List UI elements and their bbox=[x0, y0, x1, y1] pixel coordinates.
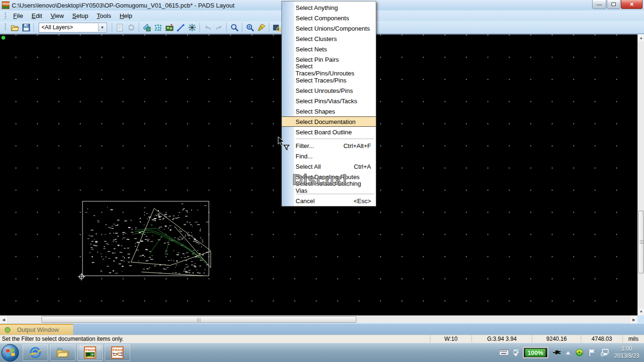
restore-button[interactable] bbox=[607, 0, 620, 9]
chevron-down-icon[interactable]: ▼ bbox=[98, 24, 106, 32]
menu-item-select-anything[interactable]: Select Anything bbox=[282, 2, 376, 13]
menu-item-filter[interactable]: Filter...Ctrl+Alt+F bbox=[282, 140, 376, 151]
menu-item-label: Select Pins/Vias/Tacks bbox=[296, 98, 357, 105]
desktop: PADS C:\Users\lenovo\Desktop\FY0503\OP-G… bbox=[0, 0, 644, 362]
menu-item-label: Select Board Outline bbox=[296, 129, 352, 136]
menu-item-select-pins-vias-tacks[interactable]: Select Pins/Vias/Tacks bbox=[282, 96, 376, 106]
zoom-icon bbox=[231, 24, 239, 32]
pads-router-icon: PADS bbox=[111, 346, 124, 359]
horizontal-scroll-thumb[interactable] bbox=[41, 316, 356, 323]
menu-item-label: Find... bbox=[296, 153, 313, 160]
menu-item-label: Select Dangling Routes bbox=[296, 173, 360, 181]
minimize-button[interactable]: — bbox=[592, 0, 606, 9]
probe-button[interactable] bbox=[271, 22, 282, 33]
taskbar-button-internet-explorer[interactable] bbox=[23, 344, 48, 361]
svg-text:PADS: PADS bbox=[85, 348, 96, 352]
menu-item-select-unions-components[interactable]: Select Unions/Components bbox=[282, 23, 376, 33]
menu-item-label: Select Pin Pairs bbox=[296, 56, 339, 63]
measure-button[interactable] bbox=[175, 22, 186, 33]
output-tab-label: Output Window bbox=[17, 326, 59, 333]
undo-icon bbox=[204, 24, 212, 32]
pads-app-icon: PADS bbox=[2, 1, 9, 9]
layers-combobox[interactable]: <All Layers>▼ bbox=[39, 23, 107, 33]
menu-item-select-shapes[interactable]: Select Shapes bbox=[282, 106, 376, 116]
ime-restore-icon[interactable] bbox=[513, 349, 519, 356]
toolbar-separator bbox=[226, 23, 227, 32]
scroll-up-arrow[interactable]: ▲ bbox=[638, 34, 644, 41]
vertical-scrollbar[interactable]: ▲ ▼ bbox=[637, 34, 644, 315]
output-status-led-icon bbox=[5, 327, 10, 333]
start-button[interactable] bbox=[1, 344, 19, 362]
menu-item-select-components[interactable]: Select Components bbox=[282, 13, 376, 23]
svg-text:PADS: PADS bbox=[113, 348, 123, 352]
action-center-flag-icon[interactable] bbox=[588, 349, 596, 356]
scroll-down-arrow[interactable]: ▼ bbox=[638, 308, 644, 315]
board-button[interactable] bbox=[164, 22, 175, 33]
output-window-strip: Output Window bbox=[0, 324, 644, 335]
menu-item-select-clusters[interactable]: Select Clusters bbox=[282, 33, 376, 44]
menubar-item-setup[interactable]: Setup bbox=[68, 11, 92, 20]
taskbar-button-pads-layout[interactable]: PADS bbox=[77, 344, 103, 361]
menu-item-label: Select Nets bbox=[296, 46, 327, 53]
menu-item-select-traces-pins-unroutes[interactable]: Select Traces/Pins/Unroutes bbox=[282, 65, 376, 75]
status-cell-1: G:3.94 3.94 bbox=[471, 335, 532, 343]
menubar-item-file[interactable]: File bbox=[9, 11, 27, 20]
power-plug-icon[interactable] bbox=[553, 349, 561, 356]
taskbar-button-windows-explorer[interactable] bbox=[50, 344, 75, 361]
battery-indicator[interactable]: 100% bbox=[523, 347, 548, 358]
menu-item-shortcut: Ctrl+A bbox=[354, 163, 371, 170]
taskbar-button-pads-router[interactable]: PADS bbox=[105, 344, 130, 361]
menubar-item-view[interactable]: View bbox=[46, 11, 68, 20]
toolbar-separator bbox=[112, 23, 112, 32]
system-tray: 100% 1:00 2013/8/23 bbox=[497, 343, 644, 362]
redraw-button bbox=[125, 22, 137, 33]
menubar-item-tools[interactable]: Tools bbox=[92, 11, 115, 20]
probe-icon bbox=[273, 24, 281, 32]
taskbar: PADSPADS 100% bbox=[0, 343, 644, 362]
pads-layout-icon: PADS bbox=[83, 346, 97, 359]
horizontal-scrollbar[interactable]: ◀ ▶ bbox=[0, 315, 637, 323]
save-button[interactable] bbox=[20, 22, 32, 33]
menu-item-cancel[interactable]: Cancel<Esc> bbox=[282, 196, 376, 206]
status-message: Set the Filter to select documentation i… bbox=[0, 336, 430, 342]
zoom-button[interactable] bbox=[229, 22, 240, 33]
menu-item-select-nets[interactable]: Select Nets bbox=[282, 44, 376, 54]
toolbar-separator bbox=[242, 23, 242, 32]
brush-button[interactable] bbox=[256, 22, 267, 33]
menu-item-shortcut: <Esc> bbox=[354, 197, 371, 205]
menu-item-select-board-outline[interactable]: Select Board Outline bbox=[282, 127, 376, 137]
menu-item-select-unroutes-pins[interactable]: Select Unroutes/Pins bbox=[282, 85, 376, 96]
menu-item-select-all[interactable]: Select AllCtrl+A bbox=[282, 161, 376, 172]
network-status-icon[interactable] bbox=[601, 349, 609, 356]
menubar-item-edit[interactable]: Edit bbox=[27, 11, 46, 20]
separator-line bbox=[296, 139, 374, 139]
window-title: C:\Users\lenovo\Desktop\FY0503\OP-Gomugo… bbox=[12, 2, 234, 9]
menu-item-label: Select Isolated Stitching Vias bbox=[296, 180, 371, 194]
taskbar-clock[interactable]: 1:00 2013/8/23 bbox=[614, 346, 639, 360]
close-button[interactable]: ✕ bbox=[621, 0, 643, 9]
vertical-scroll-thumb[interactable] bbox=[638, 211, 644, 273]
menu-item-label: Filter... bbox=[296, 142, 314, 149]
menu-item-select-traces-pins[interactable]: Select Traces/Pins bbox=[282, 75, 376, 85]
via-button[interactable] bbox=[186, 22, 198, 33]
menu-item-label: Select Clusters bbox=[296, 35, 337, 42]
dispersion-button[interactable] bbox=[152, 22, 164, 33]
menu-item-find[interactable]: Find... bbox=[282, 151, 376, 161]
open-button[interactable] bbox=[9, 22, 20, 33]
show-hidden-icons-button[interactable] bbox=[566, 351, 570, 354]
keyboard-language-icon[interactable] bbox=[499, 349, 509, 356]
menu-item-select-documentation[interactable]: Select Documentation bbox=[282, 116, 376, 127]
menu-item-select-isolated-stitching-vias[interactable]: Select Isolated Stitching Vias bbox=[282, 182, 376, 192]
drafting-button[interactable] bbox=[141, 22, 152, 33]
toolbar-separator bbox=[33, 23, 34, 32]
zoom-select-button[interactable] bbox=[244, 22, 256, 33]
properties-icon bbox=[116, 24, 124, 32]
redo-button bbox=[213, 22, 224, 33]
menu-item-label: Select All bbox=[296, 163, 321, 170]
menubar-item-help[interactable]: Help bbox=[116, 11, 137, 20]
scroll-left-arrow[interactable]: ◀ bbox=[0, 316, 7, 323]
scroll-right-arrow[interactable]: ▶ bbox=[630, 316, 637, 323]
output-window-tab[interactable]: Output Window bbox=[0, 324, 73, 335]
safety-360-icon[interactable] bbox=[575, 348, 584, 357]
open-icon bbox=[11, 24, 19, 32]
